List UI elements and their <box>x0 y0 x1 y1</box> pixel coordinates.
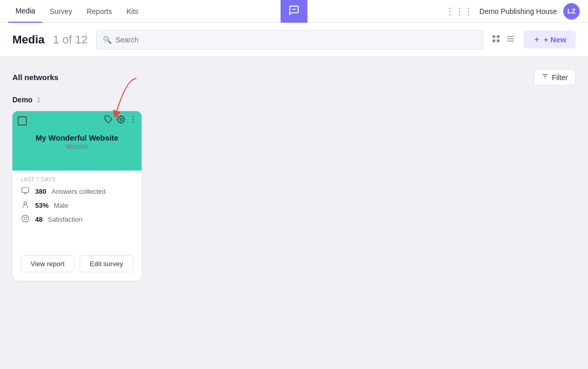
svg-point-12 <box>120 118 122 120</box>
apps-icon[interactable]: ⋮⋮⋮ <box>445 6 473 17</box>
media-card: My Wonderful Website Website LAST 7 DAYS… <box>12 111 142 281</box>
content-area: All networks Filter Demo 1 <box>0 57 588 369</box>
card-type: Website <box>36 143 118 150</box>
grid-view-icon[interactable] <box>491 34 501 45</box>
group-count: 1 <box>37 96 41 104</box>
view-toggle <box>491 34 515 45</box>
svg-point-13 <box>133 116 134 117</box>
nav-right: ⋮⋮⋮ Demo Publishing House LZ <box>445 3 580 20</box>
nav-links: Media Survey Reports Kits <box>8 0 146 23</box>
card-actions <box>104 115 137 125</box>
card-name: My Wonderful Website <box>36 133 118 142</box>
sub-header: Media 1 of 12 🔍 ＋ + New <box>0 23 588 57</box>
stat-row-satisfaction: 48 Satisfaction <box>21 214 133 224</box>
filter-button[interactable]: Filter <box>534 69 576 85</box>
list-view-icon[interactable] <box>506 34 515 45</box>
svg-point-15 <box>133 121 134 122</box>
section-header: All networks Filter <box>12 69 576 85</box>
search-box: 🔍 <box>96 30 484 50</box>
filter-label: Filter <box>552 73 568 82</box>
card-stats: LAST 7 DAYS 380 Answers collected <box>12 171 142 224</box>
nav-reports[interactable]: Reports <box>80 0 119 23</box>
view-report-button[interactable]: View report <box>21 255 74 272</box>
stat-row-answers: 380 Answers collected <box>21 187 133 196</box>
search-icon: 🔍 <box>103 36 112 44</box>
nav-survey[interactable]: Survey <box>42 0 80 23</box>
section-title: All networks <box>12 73 58 82</box>
answers-desc: Answers collected <box>52 188 106 195</box>
card-title-area: My Wonderful Website Website <box>36 131 118 150</box>
card-checkbox[interactable] <box>18 116 27 126</box>
satisfaction-num: 48 <box>35 216 42 223</box>
card-thumbnail: My Wonderful Website Website <box>12 111 142 171</box>
avatar[interactable]: LZ <box>563 3 580 20</box>
chat-icon <box>288 5 300 18</box>
new-button-label: + New <box>544 35 566 44</box>
tag-icon[interactable] <box>104 115 113 125</box>
answers-num: 380 <box>35 188 47 195</box>
group-section: Demo 1 <box>12 96 576 281</box>
plus-icon: ＋ <box>533 35 540 44</box>
nav-center-icon[interactable] <box>281 0 307 23</box>
svg-rect-2 <box>497 35 500 38</box>
svg-rect-5 <box>507 36 514 37</box>
org-name: Demo Publishing House <box>479 7 557 16</box>
nav-kits[interactable]: Kits <box>119 0 146 23</box>
svg-rect-3 <box>492 39 495 42</box>
edit-survey-button[interactable]: Edit survey <box>80 255 133 272</box>
svg-point-19 <box>24 202 26 204</box>
svg-point-22 <box>24 217 24 218</box>
stat-row-male: 53% Male <box>21 201 133 210</box>
svg-point-23 <box>26 217 26 218</box>
male-icon <box>21 201 30 210</box>
satisfaction-desc: Satisfaction <box>48 216 82 223</box>
male-desc: Male <box>54 202 68 209</box>
group-name: Demo <box>12 96 33 104</box>
svg-rect-7 <box>507 40 514 41</box>
new-button[interactable]: ＋ + New <box>523 30 576 49</box>
card-footer: View report Edit survey <box>12 249 142 281</box>
page-title: Media <box>12 33 44 47</box>
filter-icon <box>541 73 549 82</box>
search-input[interactable] <box>116 36 477 44</box>
svg-rect-4 <box>497 39 500 42</box>
answers-icon <box>21 187 30 196</box>
svg-rect-1 <box>492 35 495 38</box>
nav-media[interactable]: Media <box>8 0 42 23</box>
settings-icon[interactable] <box>117 115 125 125</box>
satisfaction-icon <box>21 214 30 224</box>
svg-rect-6 <box>507 38 514 39</box>
more-icon[interactable] <box>129 115 137 125</box>
svg-point-14 <box>133 119 134 120</box>
page-count: 1 of 12 <box>53 33 87 47</box>
svg-rect-16 <box>22 188 28 192</box>
top-nav: Media Survey Reports Kits ⋮⋮⋮ Demo Publi… <box>0 0 588 23</box>
card-wrapper: My Wonderful Website Website LAST 7 DAYS… <box>12 111 576 281</box>
svg-point-20 <box>22 215 28 222</box>
group-label: Demo 1 <box>12 96 576 104</box>
stats-period: LAST 7 DAYS <box>21 177 133 182</box>
male-num: 53% <box>35 202 49 209</box>
